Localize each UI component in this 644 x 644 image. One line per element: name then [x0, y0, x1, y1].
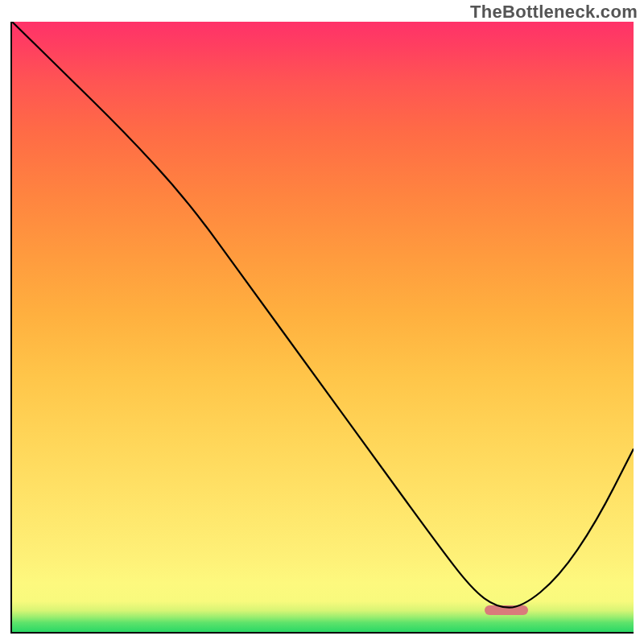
bottleneck-curve [12, 22, 634, 608]
plot-area [12, 22, 634, 632]
plot-axes-frame [10, 22, 634, 634]
curve-svg [12, 22, 634, 632]
watermark-text: TheBottleneck.com [470, 2, 638, 23]
chart-container: TheBottleneck.com [0, 0, 644, 644]
